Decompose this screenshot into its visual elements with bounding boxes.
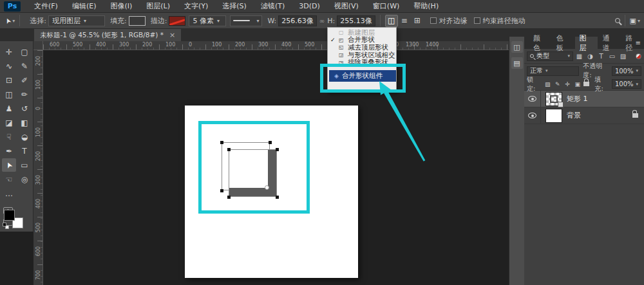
close-tab-icon[interactable]: × <box>169 31 175 39</box>
menu-help[interactable]: 帮助(H) <box>406 0 446 13</box>
anchor-point[interactable] <box>276 196 279 199</box>
fill-label: 填充: <box>110 16 127 26</box>
link-dimensions-icon[interactable]: ∞ <box>319 17 325 24</box>
layer-thumbnail[interactable] <box>545 92 562 106</box>
anchor-point[interactable] <box>269 141 272 144</box>
collapsed-panel-icon[interactable]: ◫ <box>511 41 523 53</box>
layer-filter-dropdown[interactable]: 类型 <box>527 51 573 61</box>
path-operations-button[interactable]: ◫ <box>385 15 398 27</box>
tab-swatches[interactable]: 色板 <box>552 37 575 49</box>
shape-tool[interactable]: ▭ <box>17 158 32 172</box>
tab-color[interactable]: 颜色 <box>529 37 552 49</box>
menu-layer[interactable]: 图层(L) <box>139 0 177 13</box>
menu-view[interactable]: 视图(V) <box>327 0 366 13</box>
anchor-point[interactable] <box>276 148 279 151</box>
layer-row-rectangle-1[interactable]: 矩形 1 <box>524 91 644 107</box>
lock-position-icon[interactable]: ✛ <box>564 81 571 87</box>
document-tab[interactable]: 未标题-1 @ 45.5% (矩形 1, RGB/8#) * × <box>34 29 181 41</box>
zoom-tool[interactable]: ◎ <box>17 172 32 186</box>
menu-image[interactable]: 图像(I) <box>103 0 139 13</box>
menu-edit[interactable]: 编辑(E) <box>65 0 104 13</box>
anchor-point-white[interactable] <box>265 185 269 190</box>
anchor-point[interactable] <box>220 141 223 144</box>
lasso-tool[interactable]: ∿ <box>2 59 16 73</box>
layer-thumbnail[interactable] <box>545 109 562 123</box>
visibility-toggle[interactable] <box>524 91 541 107</box>
history-brush-tool[interactable]: ↺ <box>17 102 32 115</box>
filter-pixel-layers-icon[interactable]: ▦ <box>574 53 584 60</box>
rectangle-shape[interactable] <box>229 149 277 197</box>
checkmark-icon: ✓ <box>330 37 336 43</box>
default-colors-icon[interactable] <box>3 223 6 226</box>
canvas-area[interactable] <box>43 50 509 285</box>
quick-selection-tool[interactable]: ✎ <box>17 59 32 73</box>
workspace-switcher-icon[interactable]: ▣ <box>630 17 636 25</box>
opacity-dropdown[interactable]: 100% <box>612 66 641 76</box>
gradient-tool[interactable]: ◧ <box>17 116 32 129</box>
filter-shape-layers-icon[interactable]: ▭ <box>607 53 617 60</box>
anchor-point[interactable] <box>227 196 231 199</box>
more-tools-button[interactable]: … <box>2 187 16 200</box>
anchor-point[interactable] <box>220 189 223 192</box>
smudge-tool[interactable]: ☟ <box>2 130 16 143</box>
filter-type-layers-icon[interactable]: T <box>596 53 606 60</box>
menu-file[interactable]: 文件(F) <box>27 0 65 13</box>
layer-name[interactable]: 背景 <box>567 111 581 120</box>
lock-all-icon[interactable] <box>583 82 589 86</box>
layer-name[interactable]: 矩形 1 <box>567 94 588 104</box>
blend-mode-dropdown[interactable]: 正常 <box>527 66 579 76</box>
ruler-origin-corner[interactable] <box>33 41 43 50</box>
lock-pixels-icon[interactable]: ✎ <box>554 81 562 87</box>
dodge-tool[interactable]: ◒ <box>17 130 32 143</box>
panel-menu-icon[interactable]: ≡ <box>636 39 641 46</box>
constrain-path-checkbox[interactable] <box>474 17 480 24</box>
eraser-tool[interactable]: ◪ <box>2 116 16 129</box>
height-input[interactable]: 255.13像 <box>337 15 375 26</box>
crop-tool[interactable]: ⊡ <box>2 73 16 87</box>
lock-artboard-icon[interactable]: ▣ <box>574 81 582 87</box>
pen-tool[interactable]: ✒ <box>2 144 16 158</box>
path-alignment-button[interactable]: ≡ <box>398 15 411 27</box>
search-icon[interactable] <box>615 18 620 23</box>
filter-adjustment-layers-icon[interactable]: ◑ <box>585 53 595 60</box>
foreground-color-swatch[interactable] <box>4 210 15 221</box>
document-canvas[interactable] <box>185 106 358 278</box>
menu-window[interactable]: 窗口(W) <box>366 0 406 13</box>
eyedropper-tool[interactable]: ✐ <box>17 73 32 87</box>
layer-row-background[interactable]: 背景 <box>524 107 644 124</box>
brush-tool[interactable]: ✏ <box>17 87 32 101</box>
move-tool[interactable]: ✛ <box>2 45 16 59</box>
marquee-tool[interactable]: ▢ <box>17 45 32 59</box>
clone-stamp-tool[interactable]: ♟ <box>2 102 16 115</box>
stroke-swatch[interactable] <box>169 16 185 26</box>
healing-brush-tool[interactable]: ◫ <box>2 87 16 101</box>
path-arrangement-button[interactable]: ⊞ <box>411 15 424 27</box>
tab-channels[interactable]: 通道 <box>598 37 621 49</box>
stroke-style-dropdown[interactable] <box>230 15 262 26</box>
lock-transparency-icon[interactable]: ▨ <box>544 81 551 87</box>
subtract-shape-icon: ◱ <box>339 44 345 50</box>
hand-tool[interactable]: ☜ <box>2 172 16 186</box>
filter-toggle-icon[interactable] <box>636 53 641 59</box>
horizontal-ruler[interactable]: 6005004003002001000100200300400500100011… <box>43 41 509 50</box>
stroke-width-dropdown[interactable]: 5 像素 <box>189 15 226 26</box>
workspace-caret-icon[interactable]: ▾ <box>638 18 640 24</box>
fill-swatch[interactable] <box>129 16 146 26</box>
type-tool[interactable]: T <box>17 144 32 158</box>
tab-layers[interactable]: 图层 <box>575 37 598 49</box>
collapsed-panel-icon[interactable]: ▤ <box>511 57 523 69</box>
menu-filter[interactable]: 滤镜(T) <box>254 0 292 13</box>
filter-smart-objects-icon[interactable]: ▨ <box>618 53 628 60</box>
menu-type[interactable]: 文字(Y) <box>177 0 215 13</box>
select-mode-dropdown[interactable]: 现用图层 <box>48 15 105 26</box>
menu-select[interactable]: 选择(S) <box>215 0 254 13</box>
visibility-toggle[interactable] <box>524 107 541 124</box>
fill-opacity-dropdown[interactable]: 100% <box>612 79 641 89</box>
path-selection-tool[interactable]: ➤ <box>2 158 16 172</box>
align-edges-checkbox[interactable] <box>430 17 437 24</box>
constrain-path-label: 约束路径拖动 <box>483 16 526 26</box>
anchor-point[interactable] <box>227 148 231 151</box>
vertical-ruler[interactable]: 2001000100200300400500600700 <box>33 50 43 285</box>
width-input[interactable]: 256.63像 <box>278 15 317 26</box>
menu-3d[interactable]: 3D(D) <box>292 0 327 13</box>
